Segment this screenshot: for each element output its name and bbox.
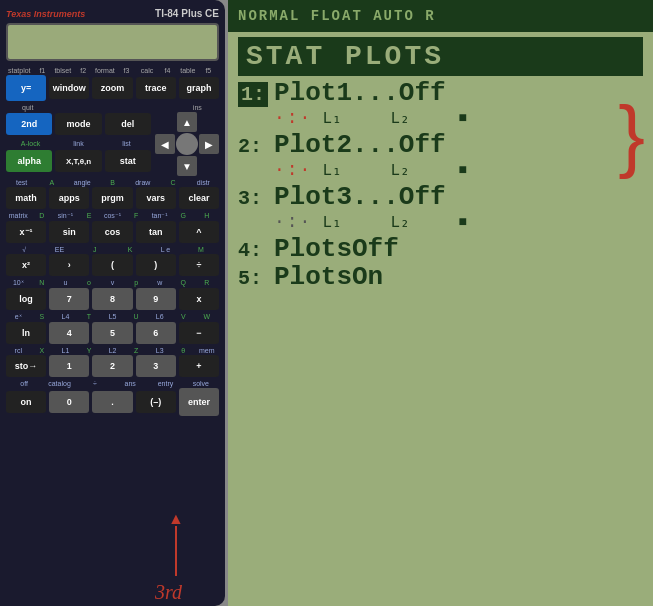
label-tblset: tblset [54,67,71,74]
display-content: STAT PLOTS 1: Plot1...Off ·:· L₁ L₂ ■ 2:… [228,32,653,606]
window-button[interactable]: window [49,77,89,99]
label-A: A [38,179,65,186]
2nd-button[interactable]: 2nd [6,113,52,135]
test-label-row: test A angle B draw C distr [6,179,219,186]
4-button[interactable]: 4 [49,322,89,344]
prgm-button[interactable]: prgm [92,187,132,209]
label-format: format [95,67,115,74]
dpad-right-button[interactable]: ▶ [199,134,219,154]
tan-button[interactable]: tan [136,221,176,243]
close-paren-button[interactable]: ) [136,254,176,276]
label-a-lock: A-lock [8,140,53,147]
plot-2-L1: L₁ [322,160,341,180]
label-D: D [32,212,53,220]
multiply-button[interactable]: x [179,288,219,310]
0-button[interactable]: 0 [49,391,89,413]
button-row-3: alpha X,T,θ,n stat [6,150,151,172]
display-panel: NORMAL FLOAT AUTO R STAT PLOTS 1: Plot1.… [228,0,653,606]
label-N: N [32,279,53,287]
label-Y: Y [79,347,100,354]
dpad: ▲ ▼ ◀ ▶ [155,112,219,176]
log-label-row: 10ˣ N u o v p w Q R [6,279,219,287]
plot-3-L2: L₂ [390,212,409,232]
label-K: K [114,246,146,253]
label-table: table [179,67,196,74]
annotation-text: 3rd [155,581,182,604]
ln-label-row: eˣ S L4 T L5 U L6 V W [6,313,219,321]
label-tan-inv: tan⁻¹ [149,212,170,220]
plot-2-dots: ·:· [274,160,312,180]
plot-1-text: Plot1...Off [274,80,446,106]
xthn-button[interactable]: X,T,θ,n [55,150,101,172]
cos-button[interactable]: cos [92,221,132,243]
plot-4-text: PlotsOff [274,236,399,262]
rcl-label-row: rcl X L1 Y L2 Z L3 θ mem [6,347,219,354]
alpha-button[interactable]: alpha [6,150,52,172]
sin-button[interactable]: sin [49,221,89,243]
plot-1-space2 [420,109,449,127]
caret-button[interactable]: ^ [179,221,219,243]
label-angle: angle [69,179,96,186]
x-inverse-button[interactable]: x⁻¹ [6,221,46,243]
plus-button[interactable]: + [179,355,219,377]
on-button[interactable]: on [6,391,46,413]
enter-button[interactable]: enter [179,388,219,416]
label-f4: f4 [159,67,176,74]
9-button[interactable]: 9 [136,288,176,310]
label-statplot: statplot [8,67,31,74]
log-button[interactable]: log [6,288,46,310]
1-button[interactable]: 1 [49,355,89,377]
math-button[interactable]: math [6,187,46,209]
del-button[interactable]: del [105,113,151,135]
label-Z: Z [126,347,147,354]
button-row-2: 2nd mode del [6,113,151,135]
negate-button[interactable]: (–) [136,391,176,413]
plot-2-square: ■ [459,162,467,178]
ln-button[interactable]: ln [6,322,46,344]
comma-button[interactable]: › [49,254,89,276]
open-paren-button[interactable]: ( [92,254,132,276]
label-list: list [104,140,149,147]
label-L3: L3 [149,347,170,354]
x-squared-button[interactable]: x² [6,254,46,276]
3-button[interactable]: 3 [136,355,176,377]
zoom-button[interactable]: zoom [92,77,132,99]
plot-2-number: 2: [238,132,274,158]
5-button[interactable]: 5 [92,322,132,344]
dpad-left-button[interactable]: ◀ [155,134,175,154]
trace-button[interactable]: trace [136,77,176,99]
label-empty2 [93,104,132,111]
2-button[interactable]: 2 [92,355,132,377]
stat-button[interactable]: stat [105,150,151,172]
decimal-button[interactable]: . [92,391,132,413]
dpad-down-button[interactable]: ▼ [177,156,197,176]
label-empty [50,104,89,111]
plot-4-number: 4: [238,236,274,262]
header-text: NORMAL FLOAT AUTO R [238,8,436,24]
mode-button[interactable]: mode [55,113,101,135]
label-test: test [8,179,35,186]
sto-button[interactable]: sto→ [6,355,46,377]
dpad-up-button[interactable]: ▲ [177,112,197,132]
plot-1-row: 1: Plot1...Off [238,80,643,106]
y-equals-button[interactable]: y= [6,75,46,101]
apps-button[interactable]: apps [49,187,89,209]
8-button[interactable]: 8 [92,288,132,310]
6-button[interactable]: 6 [136,322,176,344]
plot-1-number: 1: [238,80,274,106]
plot-1-dots: ·:· [274,108,312,128]
label-f5: f5 [200,67,217,74]
vars-button[interactable]: vars [136,187,176,209]
dpad-center-button[interactable] [176,133,198,155]
divide-button[interactable]: ÷ [179,254,219,276]
label-ans: ans [114,380,146,387]
graph-button[interactable]: graph [179,77,219,99]
clear-button[interactable]: clear [179,187,219,209]
label-o: o [79,279,100,287]
label-L6: L6 [149,313,170,321]
plot-2-L2: L₂ [390,160,409,180]
minus-button[interactable]: − [179,322,219,344]
plot-3-sub: ·:· L₁ L₂ ■ [274,212,643,232]
label-link: link [56,140,101,147]
7-button[interactable]: 7 [49,288,89,310]
